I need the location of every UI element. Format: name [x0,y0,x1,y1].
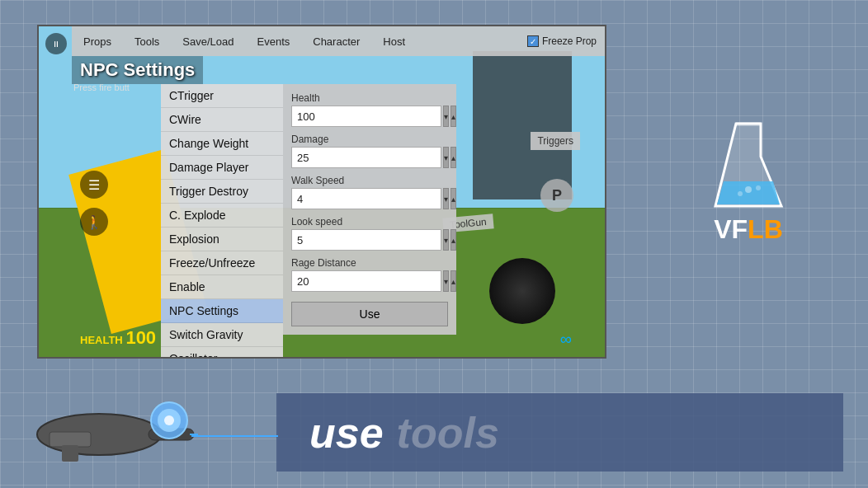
nav-events[interactable]: Events [246,26,302,56]
damage-down-btn[interactable]: ▾ [443,147,449,168]
damage-up-btn[interactable]: ▴ [451,147,456,168]
svg-rect-11 [50,432,91,447]
menu-item-change-weight[interactable]: Change Weight [161,132,283,156]
pause-button[interactable]: ⏸ [45,33,67,54]
damage-row: ▾ ▴ [291,147,448,168]
infinity-icon: ∞ [560,330,572,349]
rage-distance-up-btn[interactable]: ▴ [451,270,456,292]
health-value: 100 [125,327,156,348]
nav-tools[interactable]: Tools [123,26,171,56]
svg-rect-2 [736,122,761,126]
freeze-prop-label: Freeze Prop [542,35,597,47]
damage-field-group: Damage ▾ ▴ [291,134,448,168]
freeze-prop-container: ✓ Freeze Prop [527,35,597,47]
health-bar: HEALTH 100 [80,327,156,349]
flask-logo-area: VF L B [695,115,802,280]
menu-item-cwire[interactable]: CWire [161,108,283,132]
nav-host[interactable]: Host [371,26,417,56]
menu-item-freeze-unfreeze[interactable]: Freeze/Unfreeze [161,251,283,275]
svg-point-5 [756,185,761,190]
connector-line [191,435,278,437]
person-icon[interactable]: 🚶 [80,208,108,236]
menu-item-switch-gravity[interactable]: Switch Gravity [161,323,283,347]
portalgun-area [25,389,198,472]
top-nav: Props Tools Save/Load Events Character H… [72,26,605,56]
look-speed-up-btn[interactable]: ▴ [451,229,456,251]
game-screenshot: ⏸ Props Tools Save/Load Events Character… [37,25,606,359]
tools-text: tools [397,408,499,458]
logo-vf: VF [714,214,748,245]
svg-point-10 [164,415,174,425]
dark-structure [473,51,572,199]
menu-item-trigger-destroy[interactable]: Trigger Destroy [161,180,283,204]
look-speed-row: ▾ ▴ [291,229,448,251]
settings-panel: Health ▾ ▴ Damage ▾ ▴ Walk Speed ▾ ▴ [283,84,456,335]
portalgun-svg [25,389,198,467]
look-speed-label: Look speed [291,216,448,228]
use-button[interactable]: Use [291,302,448,326]
rage-distance-label: Rage Distance [291,257,448,269]
menu-item-ctrigger[interactable]: CTrigger [161,84,283,108]
menu-item-enable[interactable]: Enable [161,275,283,299]
health-down-btn[interactable]: ▾ [443,106,449,127]
freeze-checkbox[interactable]: ✓ [527,35,539,47]
menu-item-explosion[interactable]: Explosion [161,228,283,251]
hamburger-menu-icon[interactable]: ☰ [80,171,108,199]
look-speed-input[interactable] [291,229,441,251]
rage-distance-down-btn[interactable]: ▾ [443,270,449,292]
p-button[interactable]: P [540,179,573,212]
svg-point-4 [738,191,743,196]
health-row: ▾ ▴ [291,106,448,127]
svg-rect-12 [62,445,78,462]
health-label: Health [291,92,448,104]
svg-point-3 [745,186,752,193]
walk-speed-field-group: Walk Speed ▾ ▴ [291,175,448,209]
menu-item-c-explode[interactable]: C. Explode [161,204,283,228]
flask-logo-text: VF L B [714,214,783,245]
health-input[interactable] [291,106,441,127]
flask-svg [707,115,790,223]
walk-speed-label: Walk Speed [291,175,448,186]
black-circle [489,258,555,324]
walk-speed-up-btn[interactable]: ▴ [451,188,456,209]
rage-distance-input[interactable] [291,270,441,292]
nav-character[interactable]: Character [301,26,371,56]
health-field-group: Health ▾ ▴ [291,92,448,127]
damage-input[interactable] [291,147,441,168]
walk-speed-input[interactable] [291,188,441,209]
walk-speed-down-btn[interactable]: ▾ [443,188,449,209]
logo-b: B [764,214,783,245]
damage-label: Damage [291,134,448,145]
menu-item-oscillator[interactable]: Oscillator [161,347,283,359]
triggers-button[interactable]: Triggers [531,132,580,150]
use-tools-panel: use tools [276,393,843,472]
menu-panel: CTrigger CWire Change Weight Damage Play… [161,84,283,359]
menu-item-damage-player[interactable]: Damage Player [161,156,283,180]
npc-title: NPC Settings [72,56,203,84]
logo-l: L [748,214,764,245]
look-speed-down-btn[interactable]: ▾ [443,229,449,251]
nav-props[interactable]: Props [72,26,123,56]
rage-distance-field-group: Rage Distance ▾ ▴ [291,257,448,292]
look-speed-field-group: Look speed ▾ ▴ [291,216,448,251]
health-up-btn[interactable]: ▴ [451,106,456,127]
use-text: use [309,408,384,458]
rage-distance-row: ▾ ▴ [291,270,448,292]
nav-saveload[interactable]: Save/Load [171,26,245,56]
walk-speed-row: ▾ ▴ [291,188,448,209]
press-fire-text: Press fire butt [73,82,130,92]
menu-item-npc-settings[interactable]: NPC Settings [161,299,283,323]
